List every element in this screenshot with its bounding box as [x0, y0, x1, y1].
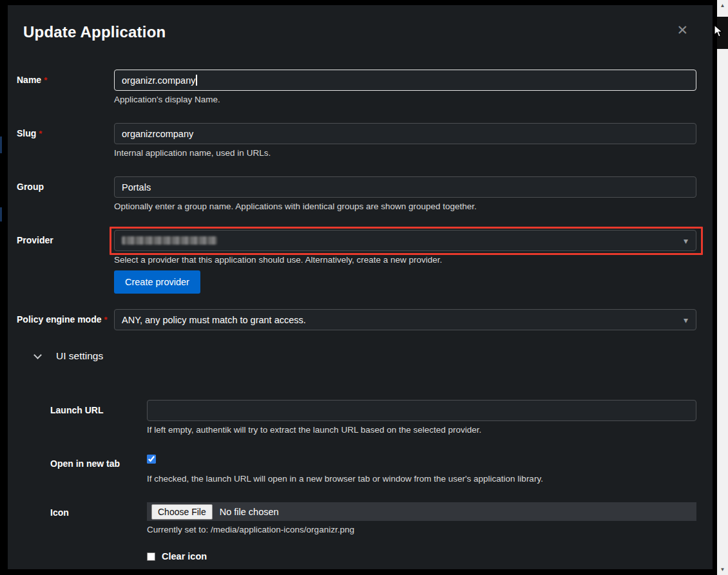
name-help-text: Application's display Name.: [114, 95, 696, 104]
text-cursor: [196, 75, 197, 86]
close-icon[interactable]: ✕: [676, 23, 688, 37]
slug-label: Slug*: [17, 123, 114, 158]
launch-url-input[interactable]: [147, 400, 696, 421]
background-page-artifact: [0, 207, 2, 222]
icon-label-text: Icon: [50, 507, 69, 518]
policy-engine-mode-select[interactable]: ANY, any policy must match to grant acce…: [114, 309, 696, 330]
group-input[interactable]: [114, 176, 696, 198]
icon-label: Icon: [50, 502, 147, 534]
scroll-down-icon[interactable]: ▼: [717, 564, 728, 575]
form-row-open-in-new-tab: Open in new tab If checked, the launch U…: [50, 453, 696, 484]
chevron-down-icon: [34, 351, 42, 359]
chevron-down-icon: ▾: [684, 315, 688, 325]
icon-file-input[interactable]: Choose File No file chosen: [147, 502, 696, 521]
scroll-up-icon[interactable]: ▲: [717, 0, 728, 11]
provider-label: Provider: [17, 230, 114, 294]
form-row-icon: Icon Choose File No file chosen Currentl…: [50, 502, 696, 534]
required-asterisk: *: [104, 315, 107, 325]
ui-settings-section-label: UI settings: [56, 350, 103, 362]
form-row-group: Group Optionally enter a group name. App…: [17, 176, 696, 211]
clear-icon-label-spacer: [50, 551, 147, 561]
background-page-artifact: [0, 137, 2, 153]
form-row-provider: Provider ▾ Select a provider that this a…: [17, 230, 696, 294]
provider-select[interactable]: ▾: [114, 230, 696, 251]
provider-help-text: Select a provider that this application …: [114, 255, 696, 265]
vertical-scrollbar[interactable]: ▲ ▼: [717, 0, 728, 575]
slug-help-text: Internal application name, used in URLs.: [114, 148, 696, 158]
clear-icon-checkbox[interactable]: [147, 552, 155, 561]
open-in-new-tab-label: Open in new tab: [50, 453, 147, 484]
clear-icon-label-text: Clear icon: [162, 551, 207, 561]
name-label-text: Name: [17, 75, 41, 85]
required-asterisk: *: [39, 129, 42, 138]
form-row-policy-engine-mode: Policy engine mode* ANY, any policy must…: [17, 309, 696, 330]
create-provider-button[interactable]: Create provider: [114, 270, 200, 294]
choose-file-button[interactable]: Choose File: [151, 504, 213, 520]
application-form: Name* Application's display Name. Slug* …: [17, 70, 696, 561]
update-application-modal: Update Application ✕ Name* Application's…: [8, 5, 713, 569]
form-row-clear-icon: Clear icon: [50, 551, 696, 561]
modal-title: Update Application: [23, 23, 696, 41]
name-label: Name*: [17, 70, 114, 104]
group-label: Group: [17, 176, 114, 211]
form-row-launch-url: Launch URL If left empty, authentik will…: [50, 400, 696, 435]
policy-engine-mode-value: ANY, any policy must match to grant acce…: [122, 315, 306, 325]
provider-redacted-value: [122, 236, 217, 245]
form-row-slug: Slug* Internal application name, used in…: [17, 123, 696, 158]
policy-engine-mode-label: Policy engine mode*: [17, 309, 114, 330]
open-in-new-tab-label-text: Open in new tab: [50, 458, 120, 469]
file-status-text: No file chosen: [220, 507, 279, 517]
provider-label-text: Provider: [17, 235, 53, 245]
group-label-text: Group: [17, 182, 44, 192]
policy-engine-mode-label-text: Policy engine mode: [17, 314, 101, 325]
slug-label-text: Slug: [17, 128, 36, 138]
required-asterisk: *: [44, 75, 47, 85]
ui-settings-section-toggle[interactable]: UI settings: [35, 350, 696, 363]
launch-url-help-text: If left empty, authentik will try to ext…: [147, 425, 696, 435]
ui-settings-subsection: Launch URL If left empty, authentik will…: [50, 400, 696, 561]
open-in-new-tab-help-text: If checked, the launch URL will open in …: [147, 474, 696, 484]
chevron-down-icon: ▾: [684, 236, 688, 246]
slug-input[interactable]: [114, 123, 696, 144]
name-input[interactable]: [114, 70, 696, 91]
icon-help-text: Currently set to: /media/application-ico…: [147, 525, 696, 534]
group-help-text: Optionally enter a group name. Applicati…: [114, 202, 696, 211]
launch-url-label: Launch URL: [50, 400, 147, 435]
mouse-cursor: [714, 24, 724, 39]
open-in-new-tab-checkbox[interactable]: [147, 455, 156, 464]
form-row-name: Name* Application's display Name.: [17, 70, 696, 104]
launch-url-label-text: Launch URL: [50, 405, 103, 415]
